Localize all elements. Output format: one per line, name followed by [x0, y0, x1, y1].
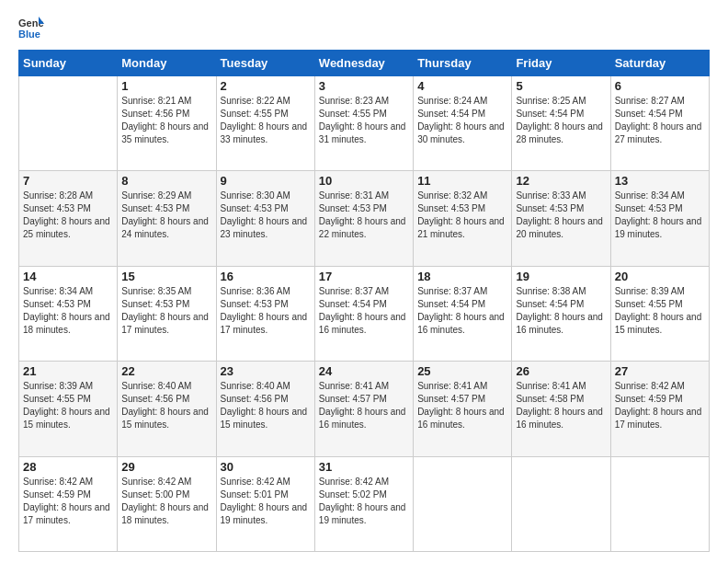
calendar-week-row: 1 Sunrise: 8:21 AMSunset: 4:56 PMDayligh… — [19, 76, 710, 171]
day-info: Sunrise: 8:38 AMSunset: 4:54 PMDaylight:… — [516, 286, 603, 335]
day-number: 12 — [516, 174, 606, 188]
day-number: 23 — [221, 364, 311, 378]
day-info: Sunrise: 8:41 AMSunset: 4:58 PMDaylight:… — [516, 381, 603, 430]
logo-icon: General Blue — [18, 15, 44, 40]
day-info: Sunrise: 8:36 AMSunset: 4:53 PMDaylight:… — [221, 286, 308, 335]
day-number: 7 — [23, 174, 113, 188]
calendar-col-header: Saturday — [610, 51, 709, 76]
day-info: Sunrise: 8:23 AMSunset: 4:55 PMDaylight:… — [319, 96, 406, 144]
day-info: Sunrise: 8:42 AMSunset: 4:59 PMDaylight:… — [615, 381, 702, 430]
calendar-cell: 9 Sunrise: 8:30 AMSunset: 4:53 PMDayligh… — [216, 171, 314, 266]
calendar-cell: 8 Sunrise: 8:29 AMSunset: 4:53 PMDayligh… — [118, 171, 216, 266]
day-number: 28 — [23, 460, 113, 474]
calendar-cell — [610, 456, 709, 551]
day-info: Sunrise: 8:42 AMSunset: 5:00 PMDaylight:… — [121, 477, 209, 525]
day-number: 22 — [121, 364, 211, 378]
calendar-cell: 10 Sunrise: 8:31 AMSunset: 4:53 PMDaylig… — [314, 171, 413, 266]
calendar-cell: 4 Sunrise: 8:24 AMSunset: 4:54 PMDayligh… — [414, 76, 512, 171]
header: General Blue — [18, 15, 710, 40]
calendar-header-row: SundayMondayTuesdayWednesdayThursdayFrid… — [19, 51, 710, 76]
day-info: Sunrise: 8:33 AMSunset: 4:53 PMDaylight:… — [516, 190, 603, 239]
day-info: Sunrise: 8:40 AMSunset: 4:56 PMDaylight:… — [121, 381, 209, 430]
calendar-cell: 24 Sunrise: 8:41 AMSunset: 4:57 PMDaylig… — [314, 362, 413, 456]
day-info: Sunrise: 8:37 AMSunset: 4:54 PMDaylight:… — [319, 286, 406, 335]
calendar-cell: 16 Sunrise: 8:36 AMSunset: 4:53 PMDaylig… — [216, 266, 314, 361]
day-number: 16 — [221, 270, 311, 283]
day-number: 1 — [121, 79, 211, 93]
day-info: Sunrise: 8:25 AMSunset: 4:54 PMDaylight:… — [516, 96, 603, 144]
day-number: 21 — [23, 364, 113, 378]
calendar-cell: 31 Sunrise: 8:42 AMSunset: 5:02 PMDaylig… — [314, 456, 413, 551]
day-number: 31 — [319, 460, 409, 474]
calendar-cell — [19, 76, 118, 171]
svg-text:Blue: Blue — [18, 29, 40, 40]
day-number: 27 — [615, 364, 705, 378]
day-number: 15 — [121, 270, 211, 283]
day-number: 4 — [417, 79, 507, 93]
calendar-cell: 13 Sunrise: 8:34 AMSunset: 4:53 PMDaylig… — [610, 171, 709, 266]
calendar-col-header: Thursday — [414, 51, 512, 76]
calendar-cell: 14 Sunrise: 8:34 AMSunset: 4:53 PMDaylig… — [19, 266, 118, 361]
calendar-cell: 21 Sunrise: 8:39 AMSunset: 4:55 PMDaylig… — [19, 362, 118, 456]
day-info: Sunrise: 8:21 AMSunset: 4:56 PMDaylight:… — [121, 96, 209, 144]
day-number: 17 — [319, 270, 409, 283]
day-number: 10 — [319, 174, 409, 188]
day-info: Sunrise: 8:34 AMSunset: 4:53 PMDaylight:… — [23, 286, 110, 335]
day-info: Sunrise: 8:37 AMSunset: 4:54 PMDaylight:… — [417, 286, 505, 335]
calendar-cell: 1 Sunrise: 8:21 AMSunset: 4:56 PMDayligh… — [118, 76, 216, 171]
calendar-cell — [512, 456, 610, 551]
day-info: Sunrise: 8:39 AMSunset: 4:55 PMDaylight:… — [615, 286, 702, 335]
day-info: Sunrise: 8:42 AMSunset: 5:02 PMDaylight:… — [319, 477, 406, 525]
calendar-col-header: Wednesday — [314, 51, 413, 76]
calendar-cell: 28 Sunrise: 8:42 AMSunset: 4:59 PMDaylig… — [19, 456, 118, 551]
day-number: 29 — [121, 460, 211, 474]
calendar-cell: 30 Sunrise: 8:42 AMSunset: 5:01 PMDaylig… — [216, 456, 314, 551]
day-number: 2 — [221, 79, 311, 93]
calendar-cell: 19 Sunrise: 8:38 AMSunset: 4:54 PMDaylig… — [512, 266, 610, 361]
day-info: Sunrise: 8:34 AMSunset: 4:53 PMDaylight:… — [615, 190, 702, 239]
day-number: 9 — [221, 174, 311, 188]
day-number: 6 — [615, 79, 705, 93]
day-info: Sunrise: 8:40 AMSunset: 4:56 PMDaylight:… — [221, 381, 308, 430]
calendar-cell: 18 Sunrise: 8:37 AMSunset: 4:54 PMDaylig… — [414, 266, 512, 361]
calendar-cell: 27 Sunrise: 8:42 AMSunset: 4:59 PMDaylig… — [610, 362, 709, 456]
calendar-cell: 25 Sunrise: 8:41 AMSunset: 4:57 PMDaylig… — [414, 362, 512, 456]
day-number: 8 — [121, 174, 211, 188]
calendar-cell: 15 Sunrise: 8:35 AMSunset: 4:53 PMDaylig… — [118, 266, 216, 361]
day-info: Sunrise: 8:39 AMSunset: 4:55 PMDaylight:… — [23, 381, 110, 430]
calendar-cell: 12 Sunrise: 8:33 AMSunset: 4:53 PMDaylig… — [512, 171, 610, 266]
calendar-week-row: 21 Sunrise: 8:39 AMSunset: 4:55 PMDaylig… — [19, 362, 710, 456]
day-number: 18 — [417, 270, 507, 283]
logo: General Blue — [18, 15, 48, 40]
day-number: 13 — [615, 174, 705, 188]
day-info: Sunrise: 8:41 AMSunset: 4:57 PMDaylight:… — [417, 381, 505, 430]
day-info: Sunrise: 8:28 AMSunset: 4:53 PMDaylight:… — [23, 190, 110, 239]
day-info: Sunrise: 8:35 AMSunset: 4:53 PMDaylight:… — [121, 286, 209, 335]
calendar-cell: 5 Sunrise: 8:25 AMSunset: 4:54 PMDayligh… — [512, 76, 610, 171]
day-info: Sunrise: 8:22 AMSunset: 4:55 PMDaylight:… — [221, 96, 308, 144]
calendar-cell: 7 Sunrise: 8:28 AMSunset: 4:53 PMDayligh… — [19, 171, 118, 266]
day-info: Sunrise: 8:42 AMSunset: 5:01 PMDaylight:… — [221, 477, 308, 525]
calendar-cell: 23 Sunrise: 8:40 AMSunset: 4:56 PMDaylig… — [216, 362, 314, 456]
calendar-cell: 22 Sunrise: 8:40 AMSunset: 4:56 PMDaylig… — [118, 362, 216, 456]
calendar-week-row: 14 Sunrise: 8:34 AMSunset: 4:53 PMDaylig… — [19, 266, 710, 361]
calendar-cell: 2 Sunrise: 8:22 AMSunset: 4:55 PMDayligh… — [216, 76, 314, 171]
calendar-col-header: Sunday — [19, 51, 118, 76]
calendar-cell: 11 Sunrise: 8:32 AMSunset: 4:53 PMDaylig… — [414, 171, 512, 266]
calendar-cell: 17 Sunrise: 8:37 AMSunset: 4:54 PMDaylig… — [314, 266, 413, 361]
day-number: 24 — [319, 364, 409, 378]
calendar-col-header: Tuesday — [216, 51, 314, 76]
calendar-col-header: Monday — [118, 51, 216, 76]
day-number: 30 — [221, 460, 311, 474]
calendar-week-row: 7 Sunrise: 8:28 AMSunset: 4:53 PMDayligh… — [19, 171, 710, 266]
day-number: 25 — [417, 364, 507, 378]
calendar-cell — [414, 456, 512, 551]
calendar-cell: 3 Sunrise: 8:23 AMSunset: 4:55 PMDayligh… — [314, 76, 413, 171]
day-info: Sunrise: 8:42 AMSunset: 4:59 PMDaylight:… — [23, 477, 110, 525]
calendar-cell: 26 Sunrise: 8:41 AMSunset: 4:58 PMDaylig… — [512, 362, 610, 456]
calendar-cell: 6 Sunrise: 8:27 AMSunset: 4:54 PMDayligh… — [610, 76, 709, 171]
calendar-col-header: Friday — [512, 51, 610, 76]
day-number: 26 — [516, 364, 606, 378]
day-info: Sunrise: 8:31 AMSunset: 4:53 PMDaylight:… — [319, 190, 406, 239]
calendar-table: SundayMondayTuesdayWednesdayThursdayFrid… — [18, 50, 710, 552]
